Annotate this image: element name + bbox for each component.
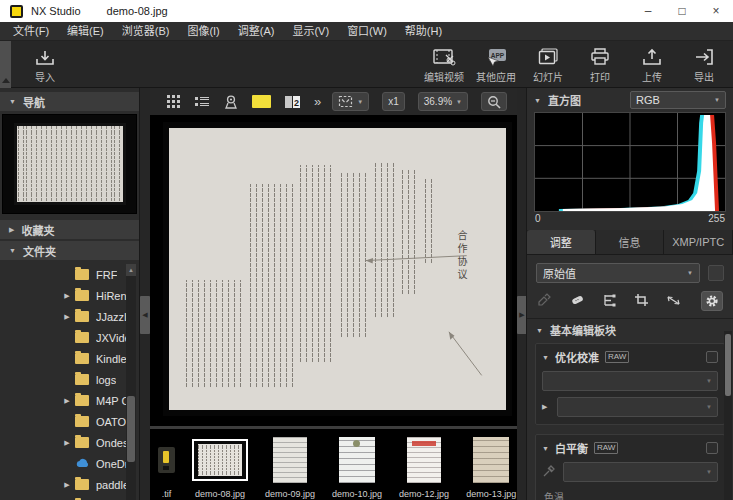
settings-gear-button[interactable] xyxy=(701,291,723,311)
filmstrip-item-demo13[interactable]: demo-13.jpg xyxy=(466,434,516,499)
folder-item-oatos[interactable]: OATOS xyxy=(0,411,139,432)
menu-file[interactable]: 文件(F) xyxy=(4,22,58,41)
fit-view-dropdown[interactable]: ▼ xyxy=(332,92,369,111)
menu-view[interactable]: 显示(V) xyxy=(283,22,338,41)
photo-document[interactable]: 合作协议 xyxy=(169,128,506,410)
chevron-right-icon[interactable]: ▶ xyxy=(542,403,551,411)
image-canvas[interactable]: 合作协议 xyxy=(150,115,517,426)
print-icon xyxy=(589,45,611,67)
zoom-level-dropdown[interactable]: 36.9% ▼ xyxy=(418,92,468,111)
straighten-icon[interactable] xyxy=(666,294,682,309)
folder-item-jxvide[interactable]: JXVide xyxy=(0,327,139,348)
folder-icon xyxy=(75,353,89,364)
folder-scrollbar[interactable]: ▲ xyxy=(126,264,136,500)
scroll-up-icon[interactable]: ▲ xyxy=(126,264,136,276)
folder-item-ondes[interactable]: ▶Ondes xyxy=(0,432,139,453)
print-label: 打印 xyxy=(590,69,610,84)
copy-adjustments-icon[interactable] xyxy=(537,293,552,309)
chevron-down-icon[interactable]: ▼ xyxy=(542,354,549,361)
folder-item-kindle[interactable]: Kindle xyxy=(0,348,139,369)
right-panel-splitter[interactable]: ▶ xyxy=(517,88,526,500)
scrollbar-thumb[interactable] xyxy=(725,334,731,396)
image-view-icon[interactable] xyxy=(252,95,271,108)
folder-item-hirend[interactable]: ▶HiRend xyxy=(0,285,139,306)
zoom-1to1-button[interactable]: x1 xyxy=(382,92,405,111)
chevron-down-icon[interactable]: ▼ xyxy=(534,97,541,104)
title-bar: NX Studio demo-08.jpg – □ × xyxy=(0,0,733,22)
collapse-left-handle[interactable]: ◀ xyxy=(140,296,150,334)
section-favorites[interactable]: ▶ 收藏夹 xyxy=(0,220,139,239)
left-panel-splitter[interactable]: ◀ xyxy=(140,88,150,500)
picture-control-checkbox[interactable] xyxy=(706,351,718,363)
expand-icon[interactable]: ▶ xyxy=(62,439,72,447)
tab-xmp-iptc[interactable]: XMP/IPTC xyxy=(664,230,733,254)
folder-item-logs[interactable]: logs xyxy=(0,369,139,390)
folder-item-frf[interactable]: FRF xyxy=(0,264,139,285)
import-button[interactable]: 导入 xyxy=(22,45,68,84)
toolbar-collapse-handle[interactable] xyxy=(0,41,11,88)
more-tools-chevron[interactable]: » xyxy=(314,94,319,109)
chevron-down-icon[interactable]: ▼ xyxy=(542,445,549,452)
compare-view-icon[interactable]: 2 xyxy=(284,95,301,109)
map-view-icon[interactable] xyxy=(223,94,239,110)
menu-edit[interactable]: 编辑(E) xyxy=(58,22,113,41)
filmstrip-item-demo08-selected[interactable]: demo-08.jpg xyxy=(192,434,248,499)
expand-icon[interactable]: ▶ xyxy=(62,313,72,321)
scrollbar-thumb[interactable] xyxy=(127,396,135,462)
color-points-icon[interactable] xyxy=(602,293,617,309)
maximize-button[interactable]: □ xyxy=(665,0,699,22)
gray-point-eyedropper-icon[interactable] xyxy=(542,464,557,480)
menu-adjust[interactable]: 调整(A) xyxy=(229,22,284,41)
white-balance-checkbox[interactable] xyxy=(706,442,718,454)
panel-tabs: 调整 信息 XMP/IPTC xyxy=(527,230,733,255)
crop-icon[interactable] xyxy=(634,293,649,309)
section-folders[interactable]: ▼ 文件夹 xyxy=(0,241,139,260)
navigation-preview[interactable] xyxy=(2,114,137,214)
picture-control-sub-dropdown[interactable]: ▼ xyxy=(557,397,718,417)
folder-item-passw[interactable]: Passwo xyxy=(0,495,139,500)
tab-adjust[interactable]: 调整 xyxy=(527,230,596,254)
export-button[interactable]: 导出 xyxy=(681,45,727,84)
picture-control-dropdown[interactable]: ▼ xyxy=(542,371,718,391)
favorites-label: 收藏夹 xyxy=(21,222,54,238)
slideshow-button[interactable]: 幻灯片 xyxy=(525,45,571,84)
filmstrip-item-tif[interactable]: .tif xyxy=(158,434,175,499)
close-button[interactable]: × xyxy=(699,0,733,22)
other-apps-button[interactable]: APP 其他应用 xyxy=(473,45,519,84)
panel-scrollbar[interactable] xyxy=(724,331,732,500)
expand-icon[interactable]: ▶ xyxy=(62,397,72,405)
minimize-button[interactable]: – xyxy=(631,0,665,22)
save-adjustments-button[interactable] xyxy=(708,265,724,281)
print-button[interactable]: 打印 xyxy=(577,45,623,84)
channel-select[interactable]: RGB ▼ xyxy=(630,91,726,109)
upload-button[interactable]: 上传 xyxy=(629,45,675,84)
folder-item-jjazzla[interactable]: ▶JJazzLa xyxy=(0,306,139,327)
expand-icon[interactable]: ▶ xyxy=(62,481,72,489)
slideshow-label: 幻灯片 xyxy=(533,69,563,84)
menu-browser[interactable]: 浏览器(B) xyxy=(113,22,179,41)
filmstrip-item-demo10[interactable]: demo-10.jpg xyxy=(332,434,382,499)
folder-icon xyxy=(75,479,89,490)
expand-icon[interactable]: ▶ xyxy=(62,292,72,300)
folder-item-paddle[interactable]: ▶paddle xyxy=(0,474,139,495)
histogram-header: ▼ 直方图 RGB ▼ xyxy=(527,88,733,112)
white-balance-dropdown[interactable]: ▼ xyxy=(563,462,718,482)
list-view-icon[interactable] xyxy=(194,95,210,108)
tab-info[interactable]: 信息 xyxy=(596,230,665,254)
histogram-range: 0 255 xyxy=(527,212,733,227)
retouch-brush-icon[interactable] xyxy=(569,293,585,309)
filmstrip-item-demo12[interactable]: demo-12.jpg xyxy=(399,434,449,499)
filmstrip-item-demo09[interactable]: demo-09.jpg xyxy=(265,434,315,499)
folder-item-onedrive[interactable]: OneDr xyxy=(0,453,139,474)
menu-image[interactable]: 图像(I) xyxy=(178,22,228,41)
edit-video-button[interactable]: 编辑视频 xyxy=(421,45,467,84)
zoom-out-button[interactable] xyxy=(481,92,507,111)
document-title: demo-08.jpg xyxy=(107,5,168,17)
menu-help[interactable]: 帮助(H) xyxy=(396,22,451,41)
grid-view-icon[interactable] xyxy=(166,94,181,109)
preset-dropdown[interactable]: 原始值 ▼ xyxy=(536,263,700,283)
folder-item-m4p[interactable]: ▶M4P C xyxy=(0,390,139,411)
menu-window[interactable]: 窗口(W) xyxy=(338,22,396,41)
section-navigation[interactable]: ▼ 导航 xyxy=(0,92,139,111)
basic-edit-block-header[interactable]: ▼ 基本编辑板块 xyxy=(527,319,733,341)
